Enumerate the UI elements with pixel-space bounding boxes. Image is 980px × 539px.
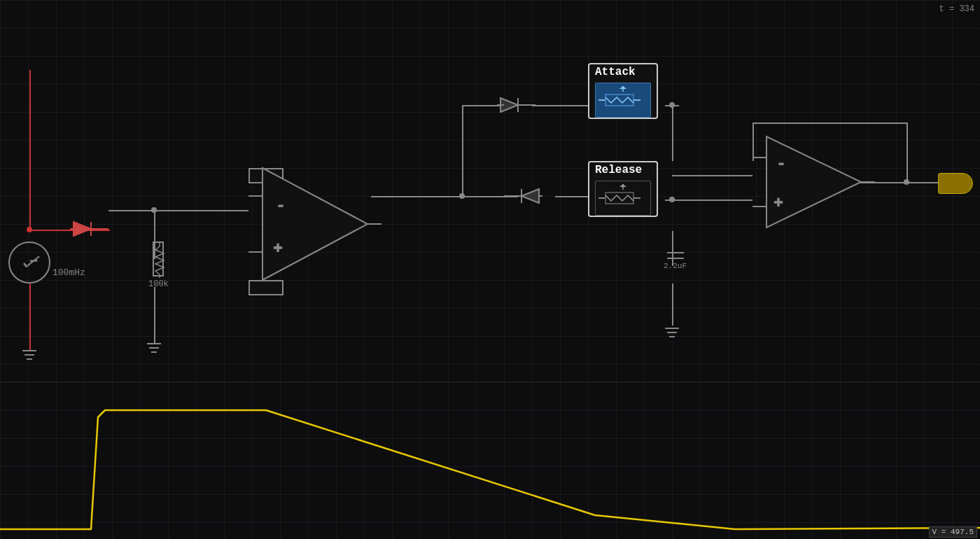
opamp2: - + — [752, 122, 878, 245]
output-probe — [938, 173, 973, 194]
wire-h-diode1-to-attack — [532, 105, 588, 106]
diode-release-path — [504, 186, 542, 210]
junction-red-main — [27, 227, 32, 232]
release-component-box[interactable]: Release — [588, 161, 658, 217]
wire-v-top-right — [906, 122, 908, 182]
wire-h-opamp2-minus — [672, 175, 752, 176]
opamp1: - + — [248, 154, 388, 298]
ground-source — [22, 350, 36, 360]
svg-text:-: - — [276, 197, 285, 214]
input-diode — [70, 218, 108, 243]
svg-marker-14 — [522, 189, 539, 203]
wire-v-up-to-diode1 — [462, 105, 463, 196]
wire-h-opamp2-plus — [672, 200, 752, 201]
capacitor-label: 2.2uF — [664, 262, 687, 270]
waveform-svg — [0, 382, 980, 539]
wire-red-left-v — [29, 91, 31, 231]
source-freq-label: 100mHz — [52, 267, 85, 278]
svg-marker-28 — [766, 136, 861, 227]
svg-marker-22 — [620, 86, 626, 89]
svg-marker-4 — [262, 168, 368, 280]
wire-v-junction-to-release — [672, 105, 673, 161]
wire-red-source-bottom — [29, 284, 31, 350]
wire-v-resistor-gnd — [154, 287, 155, 343]
wire-h-to-opamp-plus — [154, 210, 248, 211]
attack-component-box[interactable]: Attack — [588, 63, 658, 119]
source-symbol: ⍻ — [8, 241, 50, 284]
svg-text:+: + — [274, 239, 282, 255]
waveform-area: V = 497.5 — [0, 382, 980, 539]
schematic-area: ⍻ 100mHz 100k - + — [0, 0, 980, 382]
release-label: Release — [595, 164, 642, 176]
ground-resistor — [147, 343, 161, 353]
voltage-label: V = 497.5 — [929, 526, 977, 538]
svg-text:-: - — [777, 155, 785, 172]
wire-v-cap-gnd — [672, 284, 673, 326]
resistor-100k: 100k — [148, 241, 169, 289]
svg-marker-27 — [620, 184, 626, 187]
resistor-label: 100k — [148, 279, 169, 289]
ground-cap — [665, 328, 679, 337]
diode-attack-path — [497, 94, 536, 119]
time-label: t = 334 — [939, 4, 974, 14]
wire-red-source-top — [29, 70, 31, 92]
svg-text:+: + — [774, 193, 783, 210]
attack-label: Attack — [595, 66, 636, 78]
release-inner-display — [595, 181, 651, 216]
capacitor-2u2: 2.2uF — [664, 252, 687, 270]
attack-inner-display — [595, 83, 651, 118]
wire-h-after-diode — [108, 210, 158, 211]
